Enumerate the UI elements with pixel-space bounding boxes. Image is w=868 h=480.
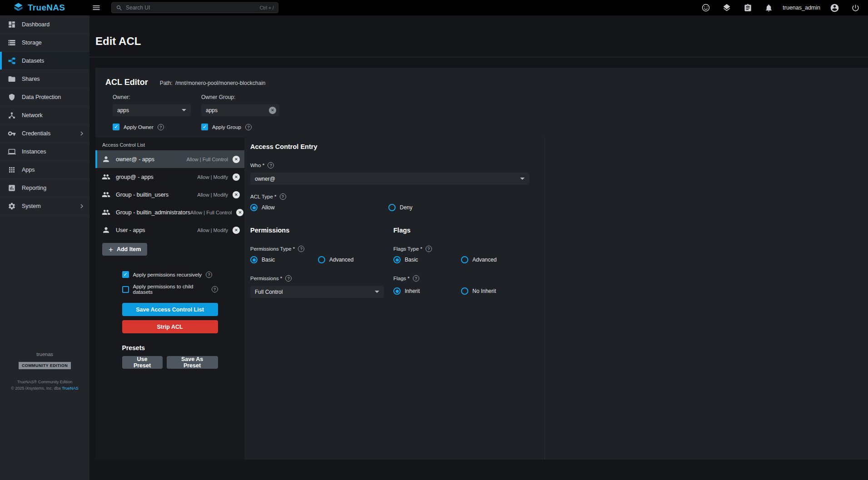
recursive-checkbox[interactable]: Apply permissions recursively — [122, 271, 218, 278]
help-icon[interactable] — [268, 162, 274, 168]
help-icon[interactable] — [280, 193, 286, 200]
acl-entry-name: group@ - apps — [116, 174, 154, 180]
gear-icon — [8, 202, 16, 210]
help-icon[interactable] — [298, 246, 304, 252]
who-select[interactable]: owner@ — [250, 173, 529, 185]
radio-label: Advanced — [472, 257, 496, 263]
help-icon[interactable] — [212, 286, 218, 292]
delete-entry-icon[interactable] — [236, 209, 243, 216]
owner-select[interactable]: apps — [113, 104, 191, 116]
acl-editor-card: ACL Editor Path: /mnt/monero-pool/monero… — [95, 68, 868, 460]
sidebar-item-network[interactable]: Network — [0, 106, 89, 124]
sidebar-item-shares[interactable]: Shares — [0, 70, 89, 88]
alerts-bell-icon[interactable] — [762, 1, 775, 15]
apply-owner-checkbox[interactable]: Apply Owner — [113, 124, 191, 130]
people-icon — [102, 173, 110, 181]
sidebar-item-data-protection[interactable]: Data Protection — [0, 88, 89, 106]
checkbox-checked-icon — [122, 271, 129, 278]
people-icon — [102, 190, 110, 199]
presets-heading: Presets — [122, 344, 218, 351]
radio-label: Deny — [400, 204, 412, 211]
person-icon — [102, 155, 110, 163]
add-item-button[interactable]: Add Item — [102, 243, 147, 256]
search-input[interactable] — [126, 5, 257, 11]
apply-group-label: Apply Group — [212, 124, 241, 130]
sidebar-item-credentials[interactable]: Credentials — [0, 124, 89, 143]
child-datasets-checkbox[interactable]: Apply permissions to child datasets — [122, 284, 218, 295]
radio-selected-icon — [250, 256, 258, 263]
radio-allow[interactable]: Allow — [250, 204, 388, 211]
chevron-down-icon — [182, 109, 186, 111]
clear-owner-group-icon[interactable] — [269, 107, 276, 114]
radio-flags-basic[interactable]: Basic — [393, 256, 461, 263]
acl-panel-controls: Apply permissions recursively Apply perm… — [122, 271, 218, 369]
use-preset-button[interactable]: Use Preset — [122, 356, 163, 369]
footer-brand-link[interactable]: TrueNAS — [62, 386, 79, 391]
brand[interactable]: TrueNAS — [0, 2, 89, 13]
datasets-tree-icon — [8, 57, 16, 65]
acl-type-label: ACL Type * — [250, 194, 277, 199]
jobs-clipboard-icon[interactable] — [741, 1, 754, 15]
add-item-label: Add Item — [117, 246, 141, 252]
delete-entry-icon[interactable] — [233, 227, 240, 234]
acl-editor-heading: ACL Editor — [105, 78, 148, 87]
permissions-type-label: Permissions Type * — [250, 246, 295, 252]
strip-acl-button[interactable]: Strip ACL — [122, 320, 218, 333]
sidebar-item-system[interactable]: System — [0, 197, 89, 215]
save-acl-button[interactable]: Save Access Control List — [122, 303, 218, 316]
acl-entry-row-builtin-users[interactable]: Group - builtin_users Allow | Modify — [95, 186, 244, 203]
save-as-preset-button[interactable]: Save As Preset — [167, 356, 218, 369]
help-icon[interactable] — [245, 124, 252, 130]
radio-no-inherit[interactable]: No Inherit — [461, 287, 496, 295]
plus-icon — [109, 246, 113, 253]
acl-entry-row-group[interactable]: group@ - apps Allow | Modify — [95, 168, 244, 186]
radio-permissions-advanced[interactable]: Advanced — [318, 256, 353, 263]
owner-label: Owner: — [113, 94, 191, 100]
account-avatar-icon[interactable] — [828, 1, 841, 15]
acl-entry-row-owner[interactable]: owner@ - apps Allow | Full Control — [95, 150, 244, 168]
sidebar-item-datasets[interactable]: Datasets — [0, 52, 89, 70]
owner-group-input[interactable] — [206, 107, 266, 114]
radio-label: Allow — [262, 204, 275, 211]
storage-icon — [8, 39, 16, 47]
help-icon[interactable] — [158, 124, 164, 130]
flags-heading: Flags — [393, 227, 545, 234]
radio-label: Inherit — [405, 288, 420, 294]
acl-entry-row-builtin-administrators[interactable]: Group - builtin_administrators Allow | F… — [95, 203, 244, 221]
radio-selected-icon — [250, 204, 258, 211]
radio-deny[interactable]: Deny — [388, 204, 412, 211]
sidebar-item-instances[interactable]: Instances — [0, 143, 89, 161]
sidebar-item-dashboard[interactable]: Dashboard — [0, 15, 89, 34]
feedback-smiley-icon[interactable] — [699, 1, 713, 15]
permissions-select-value: Full Control — [255, 289, 283, 295]
ace-heading: Access Control Entry — [250, 143, 545, 150]
help-icon[interactable] — [285, 275, 292, 282]
help-icon[interactable] — [426, 246, 432, 252]
menu-icon[interactable] — [89, 1, 103, 15]
apply-group-checkbox[interactable]: Apply Group — [201, 124, 279, 130]
sidebar-item-label: Datasets — [22, 58, 44, 64]
sidebar-item-apps[interactable]: Apps — [0, 161, 89, 179]
help-icon[interactable] — [206, 272, 212, 278]
permissions-select[interactable]: Full Control — [250, 286, 384, 298]
sidebar-item-label: Storage — [22, 40, 42, 46]
sidebar-item-storage[interactable]: Storage — [0, 34, 89, 52]
search-box[interactable]: Ctrl + / — [111, 2, 278, 13]
delete-entry-icon[interactable] — [233, 191, 240, 198]
radio-flags-advanced[interactable]: Advanced — [461, 256, 496, 263]
radio-permissions-basic[interactable]: Basic — [250, 256, 318, 263]
sidebar-item-reporting[interactable]: Reporting — [0, 179, 89, 197]
help-icon[interactable] — [413, 275, 419, 282]
dashboard-icon — [8, 20, 16, 29]
sidebar-item-label: Apps — [22, 167, 35, 173]
truecommand-layers-icon[interactable] — [720, 1, 734, 15]
radio-inherit[interactable]: Inherit — [393, 287, 461, 295]
acl-entry-name: owner@ - apps — [116, 156, 154, 163]
key-icon — [8, 129, 16, 138]
power-icon[interactable] — [848, 1, 862, 15]
delete-entry-icon[interactable] — [233, 173, 240, 181]
sidebar-item-label: Shares — [22, 76, 40, 82]
acl-entry-row-user-apps[interactable]: User - apps Allow | Modify — [95, 221, 244, 239]
search-shortcut: Ctrl + / — [260, 5, 274, 10]
delete-entry-icon[interactable] — [233, 156, 240, 163]
